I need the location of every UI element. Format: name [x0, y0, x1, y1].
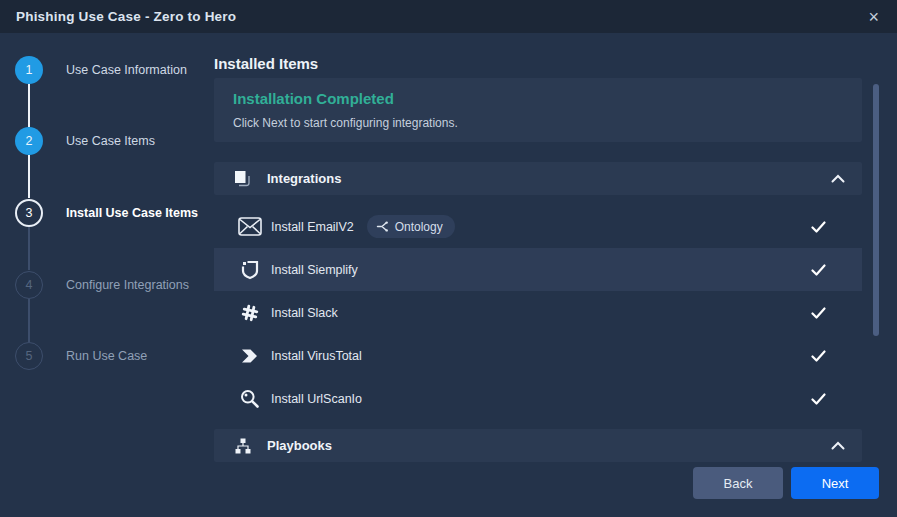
installed-check-icon	[811, 307, 826, 319]
stepper-connector	[28, 155, 30, 198]
step-label: Install Use Case Items	[66, 206, 198, 220]
step-label: Run Use Case	[66, 349, 147, 363]
installed-check-icon	[811, 393, 826, 405]
integration-row-urlscanio[interactable]: Install UrlScanIo	[214, 377, 862, 420]
banner-subtitle: Click Next to start configuring integrat…	[233, 116, 843, 130]
step-number-badge: 4	[15, 271, 43, 299]
section-header-playbooks[interactable]: Playbooks	[214, 429, 862, 462]
section-label: Playbooks	[267, 438, 332, 453]
vertical-scrollbar-thumb[interactable]	[873, 84, 879, 336]
email-icon	[236, 217, 263, 236]
close-icon[interactable]: ×	[866, 8, 881, 26]
banner-title: Installation Completed	[233, 90, 843, 107]
integration-label: Install Siemplify	[271, 263, 358, 277]
urlscan-magnifier-icon	[236, 389, 263, 409]
integration-label: Install Slack	[271, 306, 338, 320]
slack-icon	[236, 304, 263, 322]
integrations-layers-icon	[229, 170, 256, 187]
step-configure-integrations[interactable]: 4 Configure Integrations	[15, 271, 189, 299]
chevron-up-icon[interactable]	[829, 439, 847, 452]
stepper-connector	[28, 299, 30, 342]
stepper-connector	[28, 227, 30, 270]
siemplify-shield-icon	[236, 260, 263, 280]
integration-label: Install EmailV2	[271, 220, 354, 234]
virustotal-icon	[236, 346, 263, 366]
step-use-case-information[interactable]: 1 Use Case Information	[15, 56, 187, 84]
playbooks-hierarchy-icon	[229, 438, 256, 454]
step-run-use-case[interactable]: 5 Run Use Case	[15, 342, 147, 370]
ontology-branch-icon	[376, 220, 389, 233]
installed-check-icon	[811, 264, 826, 276]
chevron-up-icon[interactable]	[829, 172, 847, 185]
integration-row-slack[interactable]: Install Slack	[214, 291, 862, 334]
integration-row-virustotal[interactable]: Install VirusTotal	[214, 334, 862, 377]
section-header-integrations[interactable]: Integrations	[214, 162, 862, 195]
integration-label: Install VirusTotal	[271, 349, 362, 363]
integration-row-siemplify[interactable]: Install Siemplify	[214, 248, 862, 291]
installed-check-icon	[811, 221, 826, 233]
next-button[interactable]: Next	[791, 467, 879, 499]
badge-label: Ontology	[395, 220, 443, 234]
section-label: Integrations	[267, 171, 341, 186]
step-number-badge: 2	[15, 127, 43, 155]
step-label: Configure Integrations	[66, 278, 189, 292]
stepper-connector	[28, 84, 30, 127]
page-title: Installed Items	[214, 55, 318, 72]
titlebar: Phishing Use Case - Zero to Hero ×	[0, 0, 897, 33]
integration-row-emailv2[interactable]: Install EmailV2 Ontology	[214, 205, 862, 248]
step-install-use-case-items[interactable]: 3 Install Use Case Items	[15, 199, 198, 227]
step-label: Use Case Items	[66, 134, 155, 148]
step-number-badge: 3	[15, 199, 43, 227]
step-number-badge: 5	[15, 342, 43, 370]
step-label: Use Case Information	[66, 63, 187, 77]
installed-check-icon	[811, 350, 826, 362]
back-button[interactable]: Back	[693, 467, 783, 499]
dialog-title: Phishing Use Case - Zero to Hero	[16, 9, 236, 24]
installation-banner: Installation Completed Click Next to sta…	[214, 78, 862, 142]
ontology-badge: Ontology	[367, 215, 455, 238]
integration-label: Install UrlScanIo	[271, 392, 362, 406]
step-use-case-items[interactable]: 2 Use Case Items	[15, 127, 155, 155]
step-number-badge: 1	[15, 56, 43, 84]
